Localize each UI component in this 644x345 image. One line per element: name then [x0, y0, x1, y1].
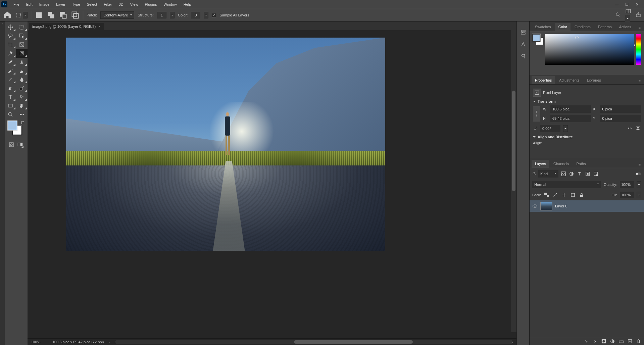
opacity-stepper[interactable]	[637, 181, 641, 188]
close-tab-icon[interactable]: ×	[98, 24, 100, 29]
filter-adjustment-icon[interactable]	[568, 171, 575, 177]
layer-name[interactable]: Layer 0	[555, 204, 567, 208]
filter-shape-icon[interactable]	[585, 171, 591, 177]
add-to-selection-icon[interactable]	[47, 11, 55, 19]
home-button[interactable]	[3, 10, 12, 20]
angle-field[interactable]: 0.00°	[540, 125, 560, 132]
patch-tool[interactable]	[16, 49, 28, 58]
flip-horizontal-icon[interactable]	[627, 126, 633, 132]
rect-marquee-tool[interactable]	[16, 23, 28, 32]
color-panel-fg-swatch[interactable]	[532, 34, 540, 42]
subtract-from-selection-icon[interactable]	[59, 11, 67, 19]
hue-slider[interactable]	[636, 34, 641, 65]
layer-style-icon[interactable]: fx	[592, 339, 598, 344]
menu-select[interactable]: Select	[84, 1, 101, 8]
status-menu-icon[interactable]: ›	[109, 340, 110, 344]
foreground-color-swatch[interactable]	[8, 121, 17, 130]
menu-view[interactable]: View	[127, 1, 142, 8]
window-close[interactable]: ✕	[633, 2, 641, 7]
vertical-scrollbar[interactable]	[511, 30, 516, 332]
zoom-tool[interactable]	[5, 110, 16, 119]
eyedropper-tool[interactable]	[5, 49, 16, 58]
clone-stamp-tool[interactable]	[16, 58, 28, 66]
menu-filter[interactable]: Filter	[100, 1, 115, 8]
blend-mode-dropdown[interactable]: Normal	[532, 181, 601, 188]
angle-dropdown[interactable]	[563, 125, 568, 132]
flip-vertical-icon[interactable]	[635, 126, 641, 132]
blur-tool[interactable]	[16, 75, 28, 84]
brush-tool[interactable]	[5, 58, 16, 66]
group-icon[interactable]	[618, 339, 624, 344]
dodge-tool[interactable]	[16, 84, 28, 93]
document-tab[interactable]: image2.png @ 100% (Layer 0, RGB/8) ×	[29, 23, 104, 30]
horizontal-scrollbar[interactable]: ‹›	[114, 340, 513, 344]
tab-libraries[interactable]: Libraries	[584, 76, 604, 84]
window-minimize[interactable]: —	[613, 2, 621, 7]
lasso-tool[interactable]	[5, 32, 16, 40]
x-field[interactable]: 0 pica	[600, 105, 641, 113]
type-tool[interactable]	[5, 93, 16, 101]
tab-adjustments[interactable]: Adjustments	[556, 76, 583, 84]
search-icon[interactable]	[615, 12, 621, 18]
filter-type-icon[interactable]	[577, 171, 583, 177]
tab-patterns[interactable]: Patterns	[595, 23, 615, 31]
tab-properties[interactable]: Properties	[532, 76, 555, 84]
new-selection-icon[interactable]	[35, 11, 43, 19]
width-field[interactable]: 100.5 pica	[550, 105, 591, 113]
tab-gradients[interactable]: Gradients	[571, 23, 594, 31]
history-panel-icon[interactable]	[518, 28, 528, 37]
character-panel-icon[interactable]	[518, 40, 528, 49]
layer-mask-icon[interactable]	[601, 339, 606, 344]
intersect-selection-icon[interactable]	[71, 11, 80, 19]
new-layer-icon[interactable]	[627, 339, 633, 344]
menu-type[interactable]: Type	[69, 1, 84, 8]
tab-swatches[interactable]: Swatches	[532, 23, 554, 31]
eraser-tool[interactable]	[16, 66, 28, 75]
adjustment-layer-icon[interactable]	[610, 339, 615, 344]
menu-window[interactable]: Window	[160, 1, 180, 8]
properties-panel-menu-icon[interactable]: ≡	[637, 78, 642, 84]
frame-tool[interactable]	[16, 40, 28, 49]
color-panel-menu-icon[interactable]: ≡	[637, 24, 642, 31]
patch-mode-dropdown[interactable]: Content-Aware	[100, 11, 134, 19]
rectangle-tool[interactable]	[5, 101, 16, 110]
path-selection-tool[interactable]	[16, 93, 28, 101]
color-input[interactable]	[191, 12, 200, 18]
delete-layer-icon[interactable]	[636, 339, 641, 344]
layer-filter-kind-dropdown[interactable]: Kind	[538, 170, 558, 178]
tab-channels[interactable]: Channels	[550, 160, 572, 168]
tab-color[interactable]: Color	[555, 23, 571, 31]
layer-thumbnail[interactable]	[540, 202, 552, 210]
height-field[interactable]: 69.42 pica	[550, 115, 591, 122]
fill-field[interactable]: 100%	[620, 192, 634, 198]
color-swatches[interactable]: ⇄	[8, 121, 24, 138]
lock-all-icon[interactable]	[579, 192, 585, 198]
layers-panel-menu-icon[interactable]: ≡	[637, 161, 642, 168]
fill-stepper[interactable]	[637, 192, 641, 198]
tab-layers[interactable]: Layers	[532, 160, 549, 168]
transform-section[interactable]: Transform	[533, 99, 641, 103]
lock-artboard-icon[interactable]	[570, 192, 576, 198]
pen-tool[interactable]	[5, 84, 16, 93]
object-selection-tool[interactable]	[16, 32, 28, 40]
color-stepper[interactable]	[204, 12, 208, 18]
lock-transparent-icon[interactable]	[544, 192, 550, 198]
link-layers-icon[interactable]	[584, 339, 589, 344]
hand-tool[interactable]	[16, 101, 28, 110]
visibility-icon[interactable]	[532, 203, 538, 209]
quick-mask-icon[interactable]	[7, 141, 15, 148]
window-maximize[interactable]: ☐	[623, 2, 631, 7]
filter-pixel-icon[interactable]	[560, 171, 566, 177]
edit-toolbar-icon[interactable]	[16, 110, 28, 119]
toolbar-collapse-icon[interactable]: «	[1, 22, 3, 26]
link-dimensions-icon[interactable]	[533, 106, 540, 121]
workspace-switcher-icon[interactable]	[625, 8, 631, 22]
history-brush-tool[interactable]	[5, 66, 16, 75]
structure-input[interactable]	[157, 12, 166, 18]
filter-toggle-icon[interactable]	[635, 171, 641, 177]
crop-tool[interactable]	[5, 40, 16, 49]
menu-3d[interactable]: 3D	[115, 1, 127, 8]
zoom-level[interactable]: 100%	[31, 340, 48, 344]
share-icon[interactable]	[635, 12, 641, 18]
color-cursor[interactable]	[575, 36, 579, 39]
